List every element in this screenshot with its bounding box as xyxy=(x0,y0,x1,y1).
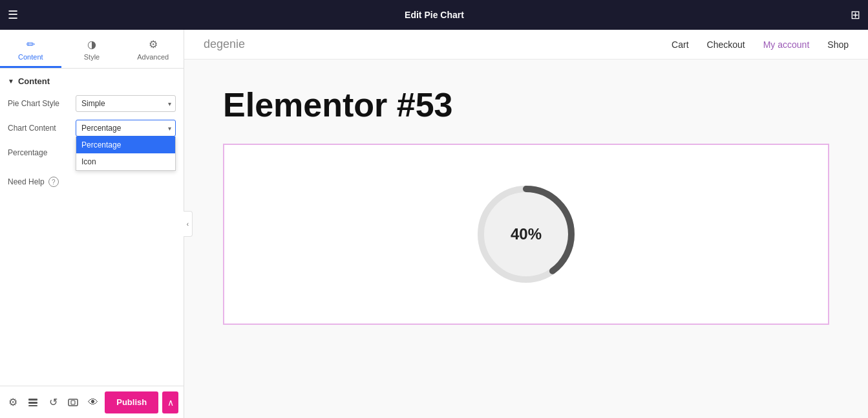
section-label: Content xyxy=(18,76,50,86)
sidebar-collapse-handle[interactable]: ‹ xyxy=(184,211,193,237)
nav-checkout[interactable]: Checkout xyxy=(707,39,745,50)
chart-content-dropdown-list: Percentage Icon xyxy=(76,137,176,171)
chart-container[interactable]: 40% xyxy=(223,144,829,325)
svg-rect-0 xyxy=(28,399,37,401)
dropdown-item-percentage[interactable]: Percentage xyxy=(76,137,175,153)
svg-rect-1 xyxy=(28,402,37,404)
pie-chart-style-control: Simple Donut ▾ xyxy=(76,95,176,112)
tab-advanced[interactable]: ⚙ Advanced xyxy=(122,30,184,68)
tab-style-label: Style xyxy=(84,53,100,61)
chart-content-row: Chart Content Percentage Icon ▾ Percenta… xyxy=(8,120,176,137)
hamburger-icon[interactable]: ☰ xyxy=(8,8,18,22)
need-help-label: Need Help xyxy=(8,177,45,186)
page-content: Elementor #53 40% xyxy=(184,60,868,351)
dropdown-item-icon[interactable]: Icon xyxy=(76,153,175,170)
chart-content-select[interactable]: Percentage Icon xyxy=(76,120,176,137)
section-arrow-icon: ▼ xyxy=(8,78,14,85)
content-section-header[interactable]: ▼ Content xyxy=(8,76,176,86)
tab-content[interactable]: ✏ Content xyxy=(0,30,61,68)
help-circle-icon: ? xyxy=(48,177,59,187)
nav-cart[interactable]: Cart xyxy=(672,39,688,50)
pie-chart-wrapper: 40% xyxy=(461,170,591,299)
pie-chart-style-select[interactable]: Simple Donut xyxy=(76,95,176,112)
sidebar-tabs: ✏ Content ◑ Style ⚙ Advanced xyxy=(0,30,184,69)
tab-style[interactable]: ◑ Style xyxy=(61,30,123,68)
preview-tool-button[interactable]: 👁 xyxy=(85,391,101,413)
main-layout: ✏ Content ◑ Style ⚙ Advanced ▼ Content P… xyxy=(0,30,868,418)
site-logo: degenie xyxy=(204,38,245,51)
responsive-tool-button[interactable] xyxy=(65,391,81,413)
bottom-toolbar: ⚙ ↺ 👁 Publish ∧ xyxy=(0,386,184,418)
chart-content-control: Percentage Icon ▾ Percentage Icon xyxy=(76,120,176,137)
tab-advanced-label: Advanced xyxy=(137,53,169,61)
history-tool-button[interactable]: ↺ xyxy=(45,391,61,413)
content-tab-icon: ✏ xyxy=(26,38,35,50)
settings-tool-button[interactable]: ⚙ xyxy=(5,391,21,413)
percentage-label: Percentage xyxy=(8,148,76,157)
pie-chart-svg: 40% xyxy=(461,170,591,299)
grid-icon[interactable]: ⊞ xyxy=(851,8,860,22)
nav-shop[interactable]: Shop xyxy=(827,39,849,50)
chart-percentage-text: 40% xyxy=(511,225,542,243)
tab-content-label: Content xyxy=(18,53,43,61)
sidebar-content: ▼ Content Pie Chart Style Simple Donut ▾ xyxy=(0,69,184,386)
chart-content-label: Chart Content xyxy=(8,124,76,133)
pie-chart-style-label: Pie Chart Style xyxy=(8,99,76,108)
layers-tool-button[interactable] xyxy=(25,391,41,413)
pie-chart-style-row: Pie Chart Style Simple Donut ▾ xyxy=(8,95,176,112)
advanced-tab-icon: ⚙ xyxy=(149,38,158,50)
need-help[interactable]: Need Help ? xyxy=(8,169,176,195)
page-title: Elementor #53 xyxy=(223,85,829,124)
style-tab-icon: ◑ xyxy=(87,38,96,50)
preview-area: degenie Cart Checkout My account Shop El… xyxy=(184,30,868,418)
sidebar: ✏ Content ◑ Style ⚙ Advanced ▼ Content P… xyxy=(0,30,184,418)
chart-content-select-wrapper: Percentage Icon ▾ Percentage Icon xyxy=(76,120,176,137)
nav-my-account[interactable]: My account xyxy=(763,39,810,50)
site-header: degenie Cart Checkout My account Shop xyxy=(184,30,868,60)
site-nav: Cart Checkout My account Shop xyxy=(672,39,849,50)
publish-button[interactable]: Publish xyxy=(105,391,158,413)
svg-rect-2 xyxy=(28,405,37,406)
pie-chart-style-select-wrapper: Simple Donut ▾ xyxy=(76,95,176,112)
svg-rect-4 xyxy=(71,401,75,404)
topbar-title: Edit Pie Chart xyxy=(18,10,851,20)
top-bar: ☰ Edit Pie Chart ⊞ xyxy=(0,0,868,30)
publish-chevron-up-button[interactable]: ∧ xyxy=(162,391,178,413)
